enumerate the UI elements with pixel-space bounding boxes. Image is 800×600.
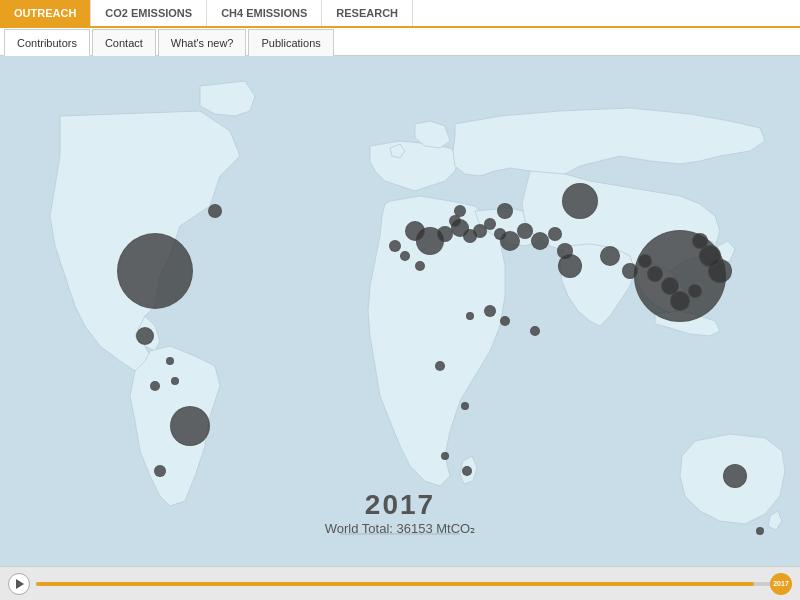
emission-bubble <box>170 406 210 446</box>
emission-bubble <box>638 254 652 268</box>
emission-bubble <box>484 305 496 317</box>
nav-co2-emissions[interactable]: CO2 EMISSIONS <box>91 0 207 26</box>
emission-bubble <box>530 326 540 336</box>
timeline-track[interactable]: 2017 <box>36 582 792 586</box>
emission-bubble <box>500 316 510 326</box>
emission-bubble <box>117 233 193 309</box>
timeline-thumb[interactable]: 2017 <box>770 573 792 595</box>
emission-bubble <box>454 205 466 217</box>
emission-bubble <box>415 261 425 271</box>
emission-bubble <box>461 402 469 410</box>
emission-bubble <box>389 240 401 252</box>
emission-bubble <box>670 291 690 311</box>
emission-bubble <box>688 284 702 298</box>
emission-bubble <box>466 312 474 320</box>
emission-bubble <box>647 266 663 282</box>
subnav-contributors[interactable]: Contributors <box>4 29 90 56</box>
emission-bubble <box>208 204 222 218</box>
emission-bubble <box>692 233 708 249</box>
timeline-bar: 2017 <box>0 566 800 600</box>
emission-bubble <box>435 361 445 371</box>
emission-bubble <box>531 232 549 250</box>
emission-bubble <box>166 357 174 365</box>
nav-research[interactable]: RESEARCH <box>322 0 413 26</box>
emission-bubble <box>441 452 449 460</box>
nav-ch4-emissions[interactable]: CH4 EMISSIONS <box>207 0 322 26</box>
emission-bubble <box>756 527 764 535</box>
emission-bubble <box>405 221 425 241</box>
emission-bubble <box>558 254 582 278</box>
nav-outreach[interactable]: OUTREACH <box>0 0 91 26</box>
emission-bubble <box>171 377 179 385</box>
emission-bubble <box>150 381 160 391</box>
subnav-publications[interactable]: Publications <box>248 29 333 56</box>
play-button[interactable] <box>8 573 30 595</box>
emission-bubble <box>600 246 620 266</box>
emission-bubble <box>517 223 533 239</box>
emission-bubble <box>154 465 166 477</box>
sub-navigation: Contributors Contact What's new? Publica… <box>0 28 800 56</box>
subnav-contact[interactable]: Contact <box>92 29 156 56</box>
emission-bubble <box>622 263 638 279</box>
emission-bubble <box>723 464 747 488</box>
emission-bubble <box>462 466 472 476</box>
timeline-fill <box>36 582 754 586</box>
map-container: 2017 World Total: 36153 MtCO₂ <box>0 56 800 566</box>
emission-bubble <box>548 227 562 241</box>
emission-bubble <box>484 218 496 230</box>
top-navigation: OUTREACH CO2 EMISSIONS CH4 EMISSIONS RES… <box>0 0 800 28</box>
emission-bubble <box>562 183 598 219</box>
timeline-year-label: 2017 <box>773 580 789 587</box>
play-icon <box>16 579 24 589</box>
subnav-whats-new[interactable]: What's new? <box>158 29 247 56</box>
emission-bubble <box>136 327 154 345</box>
emission-bubble <box>497 203 513 219</box>
emission-bubble <box>400 251 410 261</box>
